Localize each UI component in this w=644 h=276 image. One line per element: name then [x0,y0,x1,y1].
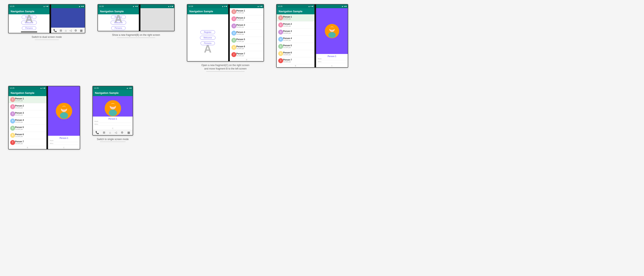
avatar-5-1: 1 [10,97,15,102]
time-1: 12:25 [10,5,14,7]
step-label-6: Switch to single screen mode [97,138,128,142]
divider-4 [314,4,316,67]
list-item[interactable]: 5 Person 5 10,000 pts [8,125,46,132]
detail-info-6: Person 1 Rank Wins [93,116,133,127]
svg-point-12 [109,110,117,116]
app-bar-6: Navigation Sample [93,90,133,96]
panel-label-c-5: C [48,146,80,149]
detail-name-5c: Person 1 [50,137,78,139]
list-item[interactable]: 5 Person 5 10,000 pts [230,37,264,44]
person-name-7: Person 7 [236,52,245,55]
list-item[interactable]: 4 Person 4 10,000 pts [230,30,264,37]
app-bar-5: Navigation Sample [8,90,46,96]
bottom-row: 12:25 ▲ ● ■ Navigation Sample 1 Person 1… [8,86,636,150]
blue-bg-1 [51,8,85,28]
nav-icon-apps[interactable]: ⚙ [74,29,77,32]
nav-icon-camera[interactable]: ▦ [80,29,82,32]
list-item[interactable]: 1 Person 1 10,000 pts [276,14,314,22]
phone-panel-6: 12:25 ▲ ● ■ Navigation Sample [93,86,133,135]
panel-label-b-5: B [8,146,46,149]
nav-icon-grid-6[interactable]: ⊞ [103,131,105,134]
svg-point-2 [328,32,336,38]
avatar-1: 1 [232,9,236,14]
person-name-3: Person 3 [236,24,245,26]
phone-panel-5b: 12:25 ▲ ● ■ Navigation Sample 1 Person 1… [8,86,46,149]
persons-list-4: 1 Person 1 10,000 pts 2 Person 2 10,000 … [276,14,314,64]
content-c-5 [48,86,80,136]
welcome-btn-3[interactable]: Welcome [200,36,216,40]
person-avatar-large-5 [56,103,72,119]
list-item[interactable]: 2 Person 2 10,000 pts [230,15,264,22]
field-rank-4c: Rank [318,58,346,60]
avatar-4-2: 2 [278,22,283,28]
screen-wrapper-2: 12:25 ▲ ● ■ Navigation Sample Register W… [98,4,174,31]
right-panel-1: ▲ ● ■ 📞 ⊞ ⌂ ◁ ⚙ ▦ [51,4,85,33]
detail-name-4c: Person 1 [318,55,346,58]
list-item[interactable]: 7 Person 7 10,000 pts [230,51,264,58]
list-item[interactable]: 4 Person 4 10,000 pts [276,36,314,43]
status-bar-2: 12:25 ▲ ● ■ [98,4,139,8]
status-bar-3b: ▲ ● ■ [230,4,264,8]
detail-name-6: Person 1 [94,118,131,120]
status-icons-1: ▲ ● ■ [43,5,48,7]
persons-btn-1[interactable]: Persons [22,26,36,30]
nav-icon-phone-6[interactable]: 📞 [96,131,99,134]
status-bar-3: 12:25 ▲ ● ■ [187,4,228,8]
list-item[interactable]: 7 Person 7 10,000 pts [8,139,46,146]
step-label-1: Switch to dual screen mode [32,35,62,40]
avatar-4-1: 1 [278,15,283,20]
person-avatar-large-6 [105,100,121,116]
nav-icon-back-6[interactable]: ◁ [115,131,117,134]
person-name-5: Person 5 [236,38,245,40]
nav-icon-home-6[interactable]: ⌂ [109,131,111,134]
list-item[interactable]: 6 Person 6 10,000 pts [276,50,314,57]
list-item[interactable]: 4 Person 4 10,000 pts [8,118,46,125]
status-bar-r1: ▲ ● ■ [51,4,85,8]
list-item[interactable]: 1 Person 1 10,000 pts [8,96,46,103]
list-item[interactable]: 1 Person 1 10,000 pts [230,8,264,15]
nav-icon-back[interactable]: ◁ [70,29,72,32]
list-item[interactable]: 3 Person 3 10,000 pts [276,28,314,36]
field-wins-5c: Wins [50,142,78,145]
screen-group-4: 12:25 ▲ ● ■ Navigation Sample 1 Person 1… [276,4,348,68]
phone-panel-5c: Person 1 Rank Wins C [48,86,80,149]
avatar-4-6: 6 [278,51,283,56]
list-item[interactable]: 6 Person 6 10,000 pts [8,132,46,139]
status-bar-1: 12:25 ▲ ● ■ [8,4,50,8]
person-avatar-large [325,24,339,38]
avatar-7: 7 [232,52,236,57]
list-item[interactable]: 6 Person 6 10,000 pts [230,44,264,51]
nav-icon-phone[interactable]: 📞 [53,29,57,32]
phone-panel-1: 12:25 ▲ ● ■ Navigation Sample Register W… [8,4,50,33]
phone-panel-2a: 12:25 ▲ ● ■ Navigation Sample Register W… [98,4,139,31]
persons-btn-2[interactable]: Persons [111,26,126,30]
person-sub-7: 10,000 pts [236,55,245,57]
divider-3 [228,4,230,61]
panel-label-a-1: A [25,14,33,25]
screen-wrapper-3: 12:25 ▲ ● ■ Navigation Sample Register W… [187,4,264,62]
list-item[interactable]: 2 Person 2 10,000 pts [276,22,314,28]
nav-icon-camera-6[interactable]: ▦ [127,131,130,134]
nav-icon-home[interactable]: ⌂ [65,29,66,32]
list-item[interactable]: 3 Person 3 10,000 pts [8,110,46,118]
phone-panel-4c: ▲ ● ■ Person 1 [316,4,348,67]
list-item[interactable]: 5 Person 5 10,000 pts [276,43,314,50]
person-sub-2: 10,000 pts [236,19,245,21]
divider-5 [46,86,48,149]
phone-panel-3a: 12:25 ▲ ● ■ Navigation Sample Register W… [187,4,228,61]
nav-icon-grid[interactable]: ⊞ [60,29,62,32]
content-c-6 [93,96,133,116]
phone-panel-3b: ▲ ● ■ 1 Person 1 10,000 pts 2 [230,4,264,61]
step-label-2: Show a new fragment(B) on the right scre… [112,33,160,38]
avatar-6: 6 [232,45,236,50]
avatar-4: 4 [232,31,236,36]
register-btn-3[interactable]: Register [200,30,215,34]
panel-label-c-6: C [93,127,133,130]
person-sub-4: 10,000 pts [236,33,245,35]
nav-bar-6: 📞 ⊞ ⌂ ◁ ⚙ ▦ [93,130,133,135]
nav-icon-apps-6[interactable]: ⚙ [121,131,124,134]
list-item[interactable]: 3 Person 3 10,000 pts [230,22,264,30]
field-rank-5c: Rank [50,139,78,142]
list-item[interactable]: 7 Person 7 10,000 pts [276,57,314,64]
list-item[interactable]: 2 Person 2 10,000 pts [8,103,46,110]
